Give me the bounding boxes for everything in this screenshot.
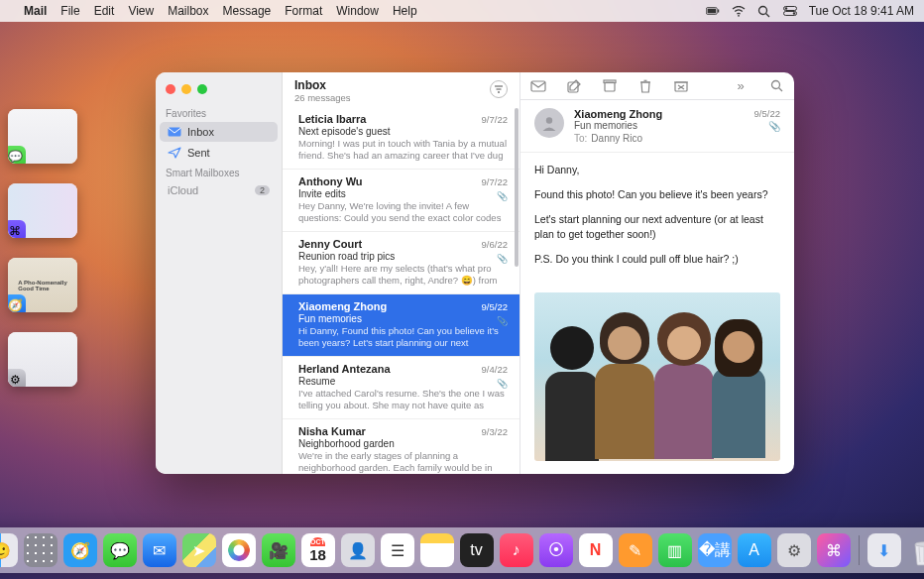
message-row[interactable]: Anthony Wu9/7/22Invite editsHey Danny, W… — [283, 170, 520, 232]
icloud-badge: 2 — [255, 185, 270, 195]
dock-facetime[interactable]: 🎥 — [262, 533, 295, 567]
stage-thumb-messages[interactable]: 💬 — [8, 109, 77, 164]
stage-thumb-safari[interactable]: A Pho-NomenallyGood Time🧭 — [8, 258, 77, 312]
sidebar-item-label: iCloud — [168, 184, 198, 196]
wifi-icon[interactable] — [732, 4, 746, 18]
app-menu[interactable]: Mail — [24, 4, 47, 18]
dock-shortcuts[interactable]: ⌘ — [817, 533, 851, 567]
dock-reminders[interactable]: ☰ — [381, 533, 414, 567]
dock-tv[interactable]: tv — [460, 533, 494, 567]
dock-separator — [859, 535, 860, 565]
window-zoom-button[interactable] — [197, 84, 207, 94]
message-sender: Anthony Wu — [298, 175, 482, 187]
menu-help[interactable]: Help — [393, 4, 417, 18]
reader-body: Hi Danny, Found this photo! Can you beli… — [520, 153, 794, 287]
menu-message[interactable]: Message — [223, 4, 272, 18]
attachment-icon[interactable]: 📎 — [754, 121, 780, 132]
sidebar-item-sent[interactable]: Sent — [160, 143, 278, 163]
menu-edit[interactable]: Edit — [94, 4, 115, 18]
control-center-icon[interactable] — [783, 4, 797, 18]
search-icon[interactable] — [768, 78, 784, 94]
stage-thumb-shortcuts[interactable]: ⌘ — [8, 183, 77, 238]
message-sender: Jenny Court — [298, 238, 482, 250]
body-line: Found this photo! Can you believe it's b… — [534, 187, 780, 203]
dock-notes[interactable] — [420, 533, 454, 567]
sidebar-section-favorites: Favorites — [156, 104, 282, 121]
sidebar-item-inbox[interactable]: Inbox — [160, 122, 278, 142]
message-row[interactable]: Xiaomeng Zhong9/5/22Fun memoriesHi Danny… — [283, 294, 520, 357]
dock-numbers[interactable]: ▥ — [658, 533, 692, 567]
message-date: 9/6/22 — [482, 239, 508, 250]
sidebar-item-icloud[interactable]: iCloud 2 — [160, 181, 278, 199]
svg-rect-17 — [604, 80, 616, 83]
message-count: 26 messages — [294, 92, 490, 103]
dock-appstore[interactable]: A — [738, 533, 771, 567]
filter-button[interactable] — [490, 80, 508, 98]
svg-point-27 — [915, 542, 925, 547]
menu-file[interactable]: File — [60, 4, 79, 18]
message-subject: Invite edits — [298, 188, 508, 199]
spotlight-icon[interactable] — [757, 4, 771, 18]
move-icon[interactable] — [602, 78, 618, 94]
dock: 🙂 🧭 💬 ✉︎ ➤ 🎥 OCT18 👤 ☰ tv ♪ ⦿ N ✎ ▥ �講 A… — [0, 527, 924, 573]
message-preview: Morning! I was put in touch with Tania b… — [298, 138, 508, 162]
attachment-icon: 📎 — [497, 379, 508, 389]
svg-rect-10 — [169, 128, 181, 137]
dock-mail[interactable]: ✉︎ — [143, 533, 176, 567]
battery-icon[interactable] — [706, 4, 720, 18]
message-sender: Nisha Kumar — [298, 425, 482, 437]
dock-safari[interactable]: 🧭 — [63, 533, 97, 567]
dock-contacts[interactable]: 👤 — [341, 533, 375, 567]
menu-window[interactable]: Window — [336, 4, 379, 18]
message-sender: Xiaomeng Zhong — [298, 300, 482, 312]
message-date: 9/7/22 — [482, 114, 508, 125]
menu-view[interactable]: View — [128, 4, 154, 18]
dock-messages[interactable]: 💬 — [103, 533, 137, 567]
reader-date: 9/5/22 — [754, 108, 780, 119]
message-row[interactable]: Leticia Ibarra9/7/22Next episode's guest… — [283, 107, 520, 170]
message-row[interactable]: Jenny Court9/6/22Reunion road trip picsH… — [283, 232, 520, 294]
menu-clock[interactable]: Tue Oct 18 9:41 AM — [809, 4, 914, 18]
message-preview: We're in the early stages of planning a … — [298, 450, 508, 474]
reading-pane: » Xiaomeng Zhong Fun memories To:Danny R… — [520, 72, 794, 474]
dock-music[interactable]: ♪ — [500, 533, 533, 567]
attachment-photo[interactable] — [534, 292, 780, 461]
sidebar-section-smart: Smart Mailboxes — [156, 164, 282, 180]
window-close-button[interactable] — [166, 84, 175, 94]
reader-sender: Xiaomeng Zhong — [574, 108, 745, 120]
svg-point-4 — [759, 6, 767, 14]
message-row[interactable]: Nisha Kumar9/3/22Neighborhood gardenWe'r… — [283, 419, 520, 474]
attachment-icon: 📎 — [497, 254, 508, 264]
dock-finder[interactable]: 🙂 — [0, 533, 18, 567]
message-subject: Resume — [298, 376, 508, 387]
archive-icon[interactable] — [530, 78, 546, 94]
dock-trash[interactable] — [907, 533, 925, 567]
message-subject: Reunion road trip pics — [298, 251, 508, 262]
menu-mailbox[interactable]: Mailbox — [168, 4, 208, 18]
junk-icon[interactable] — [673, 78, 689, 94]
window-controls — [156, 80, 282, 104]
more-icon[interactable]: » — [733, 78, 749, 94]
compose-icon[interactable] — [566, 78, 582, 94]
message-row[interactable]: Herland Antezana9/4/22ResumeI've attache… — [283, 357, 520, 419]
dock-downloads[interactable]: ⬇︎ — [867, 533, 901, 567]
svg-rect-16 — [605, 82, 615, 91]
dock-settings[interactable]: ⚙︎ — [777, 533, 811, 567]
scrollbar-thumb[interactable] — [515, 108, 519, 267]
svg-point-24 — [771, 81, 779, 89]
stage-thumb-settings[interactable]: ⚙︎ — [8, 332, 77, 387]
delete-icon[interactable] — [637, 78, 653, 94]
window-minimize-button[interactable] — [181, 84, 191, 94]
menu-format[interactable]: Format — [285, 4, 322, 18]
dock-news[interactable]: N — [579, 533, 613, 567]
dock-pages[interactable]: ✎ — [619, 533, 652, 567]
dock-keynote[interactable]: �講 — [698, 533, 732, 567]
dock-launchpad[interactable] — [24, 533, 58, 567]
message-date: 9/3/22 — [482, 426, 508, 437]
dock-podcasts[interactable]: ⦿ — [539, 533, 573, 567]
message-preview: Hey, y'all! Here are my selects (that's … — [298, 263, 508, 287]
dock-calendar[interactable]: OCT18 — [301, 533, 335, 567]
dock-photos[interactable] — [222, 533, 256, 567]
dock-maps[interactable]: ➤ — [182, 533, 216, 567]
message-list[interactable]: Leticia Ibarra9/7/22Next episode's guest… — [283, 107, 520, 474]
